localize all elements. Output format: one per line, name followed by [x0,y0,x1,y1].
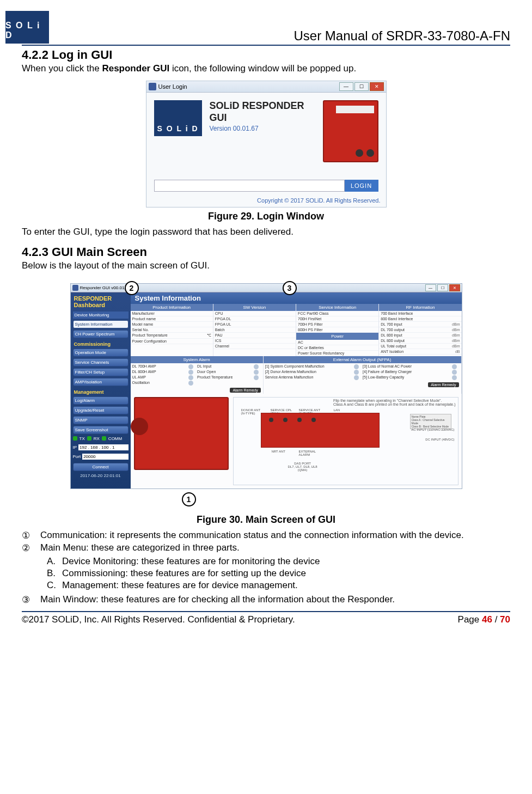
main-screen-figure: 2 3 Responder GUI v00.01.72 — ☐ ✕ RESPON… [70,283,462,489]
alarm-h: System Alarm [131,356,263,363]
alarm-led [254,375,259,380]
section-422-after: To enter the GUI, type the login passwor… [22,227,510,237]
timestamp: 2017-06-20 22:01:01 [73,473,129,478]
description-list: ①Communication: it represents the commun… [22,530,510,554]
k: [3] Loss of Normal AC Power [363,364,450,369]
login-titlebar: User Login — ☐ ✕ [146,81,386,93]
section-423-intro: Below is the layout of the main screen o… [22,260,510,271]
password-input[interactable] [154,180,345,192]
doc-title: User Manual of SRDR-33-7080-A-FN [294,28,510,44]
sidebar-item-upgrade[interactable]: Upgrade/Reset [73,406,129,414]
sidebar-item-ch-power[interactable]: CH Power Spectrum [73,330,129,338]
nameplate: Name Plate Class A : Channel Selective M… [410,414,451,429]
callout-3: 3 [283,281,297,295]
sidebar-item-operation-mode[interactable]: Operation Mode [73,349,129,357]
maximize-button[interactable]: ☐ [437,284,448,291]
device-schematic: Flip the nameplate when operating in "Ch… [233,397,458,485]
k: DL Input [197,364,253,369]
np-line: Class A : Channel Selective Mode [412,418,450,425]
minimize-button[interactable]: — [425,284,436,291]
maximize-button[interactable]: ☐ [354,82,369,91]
lbl-dc: DC INPUT (48VDC) [425,438,454,441]
k: 800 Band Interface [381,317,413,321]
login-copyright: Copyright © 2017 SOLiD. All Rights Reser… [146,194,386,207]
k: CPU [215,312,223,315]
item-2b: Commissioning: these features are for se… [62,568,306,578]
k: FCC Part90 Class [298,312,328,315]
device-front-image [134,397,229,470]
alarm-led [188,370,193,375]
tx-label: TX [80,436,85,441]
panel-h-power: Power [296,333,378,340]
marker: ② [22,542,40,554]
u: dBm [452,322,460,326]
sidebar: RESPONDER Dashboard Device Monitoring Sy… [71,292,131,488]
ip-field[interactable]: 192 . 168 . 100 . 1 [78,444,128,450]
t: When you click the [22,63,102,74]
sidebar-item-amp[interactable]: AMP/Isolation [73,378,129,386]
k: AC [298,340,303,344]
solid-logo: S O L i D [5,11,49,44]
sidebar-item-snmp[interactable]: SNMP [73,416,129,424]
alarm-led [254,364,259,369]
window-buttons: — ☐ ✕ [339,82,384,91]
close-button[interactable]: ✕ [370,82,384,91]
alarm-led [188,375,193,380]
login-button[interactable]: LOGIN [345,180,378,192]
k: UL AMP [132,375,188,380]
section-422-heading: 4.2.2 Log in GUI [22,48,510,62]
sidebar-group-commissioning: Commissioning [74,341,129,347]
u: dB [455,350,460,353]
k: DL 700 output [381,328,405,332]
schematic-note: Flip the nameplate when operating in "Ch… [333,399,456,406]
u: dBm [452,328,460,332]
u: dBm [452,344,460,348]
pg-sep: / [492,614,500,625]
t-bold: Responder GUI [102,63,169,74]
panel-h: Product Information [131,304,213,311]
lbl-donor: DONOR ANT (N-TYPE) [241,408,261,415]
port-field[interactable]: 20000 [82,454,128,460]
connect-button[interactable]: Connect [73,463,129,471]
sidebar-item-log[interactable]: Log/Alarm [73,396,129,405]
marker: ① [22,530,40,541]
login-logo: S O L i D [154,100,202,136]
app-icon [149,83,156,90]
k: 800H PS Filter [298,328,323,332]
alarm-remedy-button[interactable]: Alarm Remedy [230,388,260,393]
diagram-row: Flip the nameplate when operating in "Ch… [131,394,462,488]
k: Model name [132,322,154,326]
comm-label: COMM [108,436,122,441]
k: Product Temperature [197,375,253,380]
k: 700H FirstNet [298,317,321,321]
close-button[interactable]: ✕ [449,284,460,291]
u: ℃ [207,333,211,338]
alarm-remedy-button[interactable]: Alarm Remedy [428,382,458,387]
page-footer: ©2017 SOLiD, Inc. All Rights Reserved. C… [22,611,510,625]
item-2a: Device Monitoring: these features are fo… [62,556,320,566]
figure-29-caption: Figure 29. Login Window [22,211,510,222]
login-title: User Login [158,83,187,90]
lbl-nrt: NRT ANT [272,450,285,453]
k: FPGA DL [215,317,231,321]
lbl-lan: LAN [334,408,340,412]
k: Channel [215,344,229,348]
system-alarm: System Alarm DL 700H AMP DL Input DL 800… [131,356,264,394]
sidebar-item-system-info[interactable]: System Information [73,320,129,328]
main-window: Responder GUI v00.01.72 — ☐ ✕ RESPONDER … [70,283,462,489]
sidebar-item-service-channels[interactable]: Service Channels [73,358,129,367]
ip-label: IP [73,445,77,450]
lbl-ac: AC INPUT (110VAC-220VAC) [411,428,454,431]
minimize-button[interactable]: — [339,82,353,91]
panel-h: RF Information [379,304,461,311]
sidebar-item-filter[interactable]: Filter/CH Setup [73,368,129,376]
k: DL 800 output [381,339,405,343]
page-number: Page 46 / 70 [458,614,510,625]
sidebar-item-save-screenshot[interactable]: Save Screenshot [73,426,129,434]
k: ANT Isolation [381,350,403,353]
k: DL 700 input [381,322,402,326]
page-header: S O L i D User Manual of SRDR-33-7080-A-… [22,11,510,46]
alarm-led [254,370,259,375]
item-1: Communication: it represents the communi… [40,530,464,541]
alarm-led [452,375,457,380]
